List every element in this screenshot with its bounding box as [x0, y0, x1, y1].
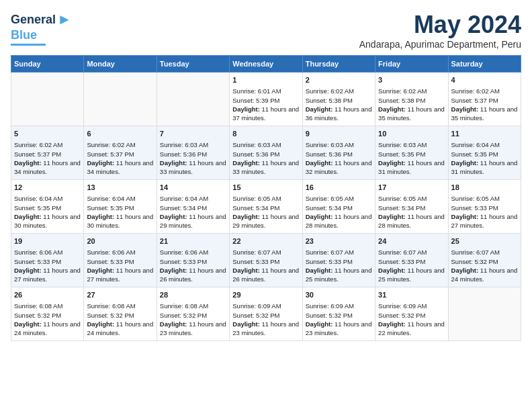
day-number: 27 — [87, 290, 153, 300]
calendar-day-cell: 4Sunrise: 6:02 AMSunset: 5:37 PMDaylight… — [448, 73, 521, 126]
title-section: May 2024 Andarapa, Apurimac Department, … — [359, 11, 521, 50]
day-info-line: Daylight: 11 hours and 22 minutes. — [378, 320, 445, 338]
calendar-day-cell: 24Sunrise: 6:07 AMSunset: 5:33 PMDayligh… — [375, 234, 448, 287]
day-number: 26 — [14, 290, 81, 300]
day-info-line: Sunset: 5:35 PM — [14, 203, 81, 212]
day-number: 20 — [87, 236, 153, 246]
day-info-line: Sunrise: 6:01 AM — [232, 87, 299, 95]
day-info-line: Daylight: 11 hours and 29 minutes. — [232, 212, 299, 230]
calendar-day-cell: 16Sunrise: 6:05 AMSunset: 5:34 PMDayligh… — [302, 180, 375, 234]
day-info-line: Sunset: 5:33 PM — [306, 257, 372, 266]
day-number: 2 — [306, 75, 372, 85]
day-number: 25 — [451, 236, 518, 246]
col-friday: Friday — [375, 56, 448, 73]
day-info-line: Sunrise: 6:07 AM — [306, 248, 372, 257]
calendar-day-cell: 15Sunrise: 6:05 AMSunset: 5:34 PMDayligh… — [230, 180, 302, 234]
calendar-day-cell: 25Sunrise: 6:07 AMSunset: 5:32 PMDayligh… — [448, 234, 521, 287]
day-info-line: Sunset: 5:36 PM — [160, 150, 226, 158]
calendar-week-row: 26Sunrise: 6:08 AMSunset: 5:32 PMDayligh… — [11, 287, 521, 341]
day-info-line: Sunrise: 6:03 AM — [232, 140, 299, 149]
day-number: 12 — [14, 183, 81, 193]
calendar-header-row: Sunday Monday Tuesday Wednesday Thursday… — [11, 56, 521, 73]
day-number: 22 — [232, 236, 299, 246]
day-info-line: Sunrise: 6:07 AM — [378, 248, 445, 257]
day-info-line: Daylight: 11 hours and 25 minutes. — [378, 266, 445, 284]
calendar-week-row: 12Sunrise: 6:04 AMSunset: 5:35 PMDayligh… — [11, 180, 521, 234]
day-number: 15 — [232, 183, 299, 193]
calendar-day-cell: 10Sunrise: 6:03 AMSunset: 5:35 PMDayligh… — [375, 126, 448, 180]
day-info-line: Daylight: 11 hours and 33 minutes. — [232, 158, 299, 177]
col-wednesday: Wednesday — [230, 56, 302, 73]
day-number: 1 — [232, 75, 299, 85]
day-info-line: Daylight: 11 hours and 29 minutes. — [160, 212, 226, 230]
day-info-line: Daylight: 11 hours and 27 minutes. — [451, 212, 518, 230]
calendar-day-cell: 31Sunrise: 6:09 AMSunset: 5:32 PMDayligh… — [375, 287, 448, 341]
calendar-day-cell: 1Sunrise: 6:01 AMSunset: 5:39 PMDaylight… — [230, 73, 302, 126]
day-info-line: Daylight: 11 hours and 26 minutes. — [232, 266, 299, 284]
day-info-line: Sunrise: 6:09 AM — [378, 302, 445, 310]
day-info-line: Sunset: 5:39 PM — [232, 96, 299, 105]
day-info-line: Sunrise: 6:09 AM — [306, 302, 372, 310]
calendar-day-cell: 23Sunrise: 6:07 AMSunset: 5:33 PMDayligh… — [302, 234, 375, 287]
day-info-line: Sunrise: 6:04 AM — [160, 194, 226, 203]
day-info-line: Sunset: 5:37 PM — [87, 150, 153, 158]
calendar-day-cell: 2Sunrise: 6:02 AMSunset: 5:38 PMDaylight… — [302, 73, 375, 126]
day-info-line: Sunset: 5:33 PM — [451, 203, 518, 212]
day-info-line: Sunset: 5:32 PM — [14, 311, 81, 320]
day-info-line: Daylight: 11 hours and 37 minutes. — [232, 105, 299, 123]
day-info-line: Sunrise: 6:08 AM — [14, 302, 81, 310]
calendar-day-cell: 8Sunrise: 6:03 AMSunset: 5:36 PMDaylight… — [230, 126, 302, 180]
day-number: 28 — [160, 290, 226, 300]
day-info-line: Daylight: 11 hours and 36 minutes. — [306, 105, 372, 123]
day-info-line: Sunrise: 6:07 AM — [451, 248, 518, 257]
day-info-line: Sunset: 5:33 PM — [232, 257, 299, 266]
day-info-line: Sunset: 5:37 PM — [14, 150, 81, 158]
day-info-line: Sunrise: 6:06 AM — [160, 248, 226, 257]
day-info-line: Sunrise: 6:03 AM — [306, 140, 372, 149]
calendar-day-cell: 5Sunrise: 6:02 AMSunset: 5:37 PMDaylight… — [11, 126, 84, 180]
day-number: 31 — [378, 290, 445, 300]
day-info-line: Sunrise: 6:04 AM — [14, 194, 81, 203]
day-info-line: Daylight: 11 hours and 31 minutes. — [378, 158, 445, 177]
day-info-line: Daylight: 11 hours and 24 minutes. — [451, 266, 518, 284]
day-info-line: Sunrise: 6:02 AM — [306, 87, 372, 95]
day-info-line: Sunset: 5:32 PM — [160, 311, 226, 320]
location: Andarapa, Apurimac Department, Peru — [359, 39, 521, 50]
day-number: 18 — [451, 183, 518, 193]
day-number: 13 — [87, 183, 153, 193]
day-number: 4 — [451, 75, 518, 85]
calendar-week-row: 1Sunrise: 6:01 AMSunset: 5:39 PMDaylight… — [11, 73, 521, 126]
calendar-day-cell: 17Sunrise: 6:05 AMSunset: 5:34 PMDayligh… — [375, 180, 448, 234]
calendar-day-cell: 18Sunrise: 6:05 AMSunset: 5:33 PMDayligh… — [448, 180, 521, 234]
day-number: 29 — [232, 290, 299, 300]
day-number: 6 — [87, 129, 153, 139]
day-info-line: Sunrise: 6:05 AM — [232, 194, 299, 203]
day-info-line: Sunrise: 6:07 AM — [232, 248, 299, 257]
day-number: 30 — [306, 290, 372, 300]
day-number: 24 — [378, 236, 445, 246]
calendar-day-cell: 13Sunrise: 6:04 AMSunset: 5:35 PMDayligh… — [84, 180, 157, 234]
day-info-line: Sunrise: 6:09 AM — [232, 302, 299, 310]
calendar-day-cell — [448, 287, 521, 341]
calendar-day-cell: 28Sunrise: 6:08 AMSunset: 5:32 PMDayligh… — [157, 287, 229, 341]
calendar-day-cell: 21Sunrise: 6:06 AMSunset: 5:33 PMDayligh… — [157, 234, 229, 287]
day-info-line: Sunset: 5:33 PM — [160, 257, 226, 266]
day-info-line: Daylight: 11 hours and 28 minutes. — [378, 212, 445, 230]
calendar-day-cell: 30Sunrise: 6:09 AMSunset: 5:32 PMDayligh… — [302, 287, 375, 341]
day-info-line: Daylight: 11 hours and 27 minutes. — [87, 266, 153, 284]
day-info-line: Sunset: 5:36 PM — [306, 150, 372, 158]
calendar-day-cell — [157, 73, 229, 126]
calendar-week-row: 5Sunrise: 6:02 AMSunset: 5:37 PMDaylight… — [11, 126, 521, 180]
calendar-table: Sunday Monday Tuesday Wednesday Thursday… — [11, 55, 521, 341]
calendar-day-cell: 12Sunrise: 6:04 AMSunset: 5:35 PMDayligh… — [11, 180, 84, 234]
day-info-line: Sunset: 5:32 PM — [232, 311, 299, 320]
calendar-day-cell: 27Sunrise: 6:08 AMSunset: 5:32 PMDayligh… — [84, 287, 157, 341]
day-info-line: Daylight: 11 hours and 35 minutes. — [378, 105, 445, 123]
day-info-line: Sunrise: 6:06 AM — [87, 248, 153, 257]
day-info-line: Sunrise: 6:04 AM — [87, 194, 153, 203]
day-info-line: Sunset: 5:32 PM — [87, 311, 153, 320]
day-info-line: Daylight: 11 hours and 25 minutes. — [306, 266, 372, 284]
day-info-line: Sunset: 5:33 PM — [378, 257, 445, 266]
calendar-day-cell: 19Sunrise: 6:06 AMSunset: 5:33 PMDayligh… — [11, 234, 84, 287]
day-info-line: Daylight: 11 hours and 32 minutes. — [306, 158, 372, 177]
